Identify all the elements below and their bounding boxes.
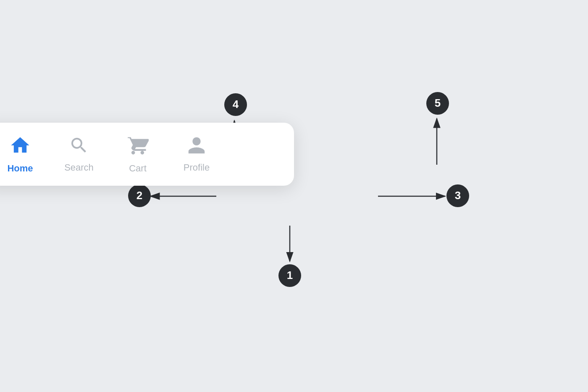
profile-icon <box>186 135 207 159</box>
badge-5: 5 <box>426 92 449 115</box>
home-icon <box>9 134 31 160</box>
profile-label: Profile <box>184 162 210 173</box>
nav-item-home[interactable]: Home <box>3 134 37 174</box>
cart-icon <box>127 134 149 160</box>
badge-2: 2 <box>128 184 151 207</box>
search-icon <box>69 135 89 159</box>
nav-item-cart[interactable]: Cart <box>121 134 155 174</box>
nav-item-profile[interactable]: Profile <box>180 135 213 173</box>
nav-item-search[interactable]: Search <box>62 135 96 173</box>
badge-3: 3 <box>446 184 469 207</box>
cart-label: Cart <box>129 163 147 174</box>
home-label: Home <box>7 163 33 174</box>
badge-1: 1 <box>278 264 301 287</box>
search-label: Search <box>64 162 94 173</box>
navbar: Home Search Cart <box>0 123 294 186</box>
badge-4: 4 <box>224 93 247 116</box>
scene: 4 5 2 Home Search <box>84 70 504 322</box>
